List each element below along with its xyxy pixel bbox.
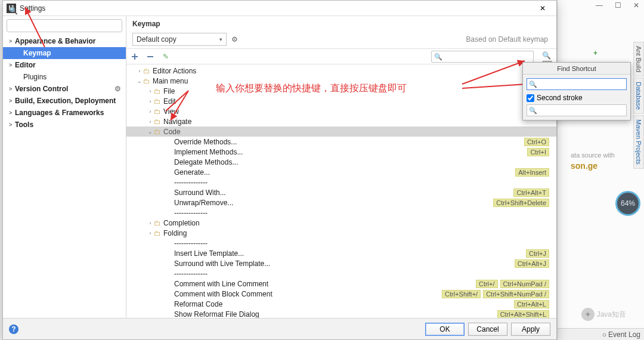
tree-row[interactable]: ›🗀Editor Actions [126, 66, 556, 76]
sidebar-search-input[interactable] [7, 19, 122, 32]
ide-window-controls: — ☐ ✕ [558, 0, 644, 11]
tab-database[interactable]: Database [633, 78, 644, 114]
tree-row[interactable]: ›🗀Folding [126, 228, 556, 238]
chevron-icon: > [9, 86, 15, 92]
ok-button[interactable]: OK [425, 323, 465, 336]
expand-all-icon[interactable] [130, 52, 140, 61]
tree-item-label: Surround with Live Template... [174, 259, 270, 268]
chevron-icon: > [9, 98, 15, 104]
chevron-icon: › [147, 109, 154, 115]
second-stroke-checkbox[interactable] [527, 94, 534, 102]
sidebar-item-languages-frameworks[interactable]: >Languages & Frameworks [3, 107, 126, 119]
tree-row[interactable]: Unwrap/Remove...Ctrl+Shift+Delete [126, 197, 556, 208]
settings-nav-list: >Appearance & BehaviorKeymap>EditorPlugi… [3, 35, 126, 318]
sidebar-item-label: Keymap [23, 49, 51, 57]
sidebar-item-label: Plugins [23, 73, 47, 81]
popup-title: Find Shortcut [523, 63, 630, 75]
action-search-input[interactable] [431, 51, 534, 63]
data-source-hint: ata source with [571, 152, 615, 159]
folder-icon: 🗀 [143, 77, 150, 85]
second-stroke-checkbox-row[interactable]: Second stroke [527, 94, 627, 102]
tree-row[interactable]: Comment with Block CommentCtrl+Shift+/Ct… [126, 289, 556, 299]
tree-item-label: Override Methods... [174, 138, 237, 146]
tree-row[interactable]: Generate...Alt+Insert [126, 167, 556, 177]
find-shortcut-button[interactable]: 🔍⌨ [542, 51, 553, 62]
shortcut-badge: Ctrl+Alt+T [513, 188, 549, 197]
apply-button[interactable]: Apply [511, 323, 550, 336]
tree-row[interactable]: ›🗀File [126, 86, 556, 96]
shortcut-badge: Ctrl+/ [476, 280, 498, 288]
folder-icon: 🗀 [154, 107, 161, 116]
tree-row[interactable]: Surround with Live Template...Ctrl+Alt+J [126, 258, 556, 268]
tree-row[interactable]: Insert Live Template...Ctrl+J [126, 248, 556, 258]
folder-icon: 🗀 [154, 128, 161, 136]
sidebar-item-label: Appearance & Behavior [15, 37, 95, 45]
second-stroke-input[interactable] [527, 104, 627, 116]
keymap-scheme-select[interactable]: Default copy ▾ [132, 33, 227, 46]
tree-row[interactable]: Implement Methods...Ctrl+I [126, 147, 556, 157]
tree-row[interactable]: ›🗀Navigate [126, 116, 556, 126]
progress-badge: 64% [615, 191, 640, 216]
tree-row[interactable]: ›🗀View [126, 106, 556, 116]
sidebar-item-editor[interactable]: >Editor [3, 59, 126, 71]
dialog-title: Settings [20, 4, 532, 13]
sidebar-item-appearance-behavior[interactable]: >Appearance & Behavior [3, 35, 126, 47]
tree-row[interactable]: -------------- [126, 208, 556, 218]
close-icon[interactable]: ✕ [633, 1, 639, 10]
maximize-icon[interactable]: ☐ [615, 1, 621, 10]
dialog-close-button[interactable]: ✕ [532, 2, 553, 15]
tree-item-label: Comment with Block Comment [174, 290, 273, 298]
tree-row[interactable]: -------------- [126, 177, 556, 187]
tree-row[interactable]: Surround With...Ctrl+Alt+T [126, 187, 556, 197]
help-button[interactable]: ? [9, 324, 18, 334]
settings-sidebar: 🔍 >Appearance & BehaviorKeymap>EditorPlu… [3, 16, 126, 318]
page-heading: Keymap [132, 20, 550, 28]
sidebar-item-keymap[interactable]: Keymap [3, 47, 126, 59]
sidebar-item-tools[interactable]: >Tools [3, 119, 126, 131]
first-stroke-input[interactable] [527, 78, 627, 90]
tree-row[interactable]: ›🗀Edit [126, 96, 556, 106]
tree-row[interactable]: Comment with Line CommentCtrl+/Ctrl+NumP… [126, 279, 556, 289]
tree-row[interactable]: ⌄🗀Main menu [126, 76, 556, 86]
sidebar-item-label: Languages & Frameworks [15, 109, 104, 117]
keymap-tree[interactable]: 输入你想要替换的快捷键，直接按压键盘即可 ›🗀Editor Actions⌄🗀M… [126, 64, 556, 318]
tree-item-label: View [163, 107, 179, 116]
collapse-all-icon[interactable] [145, 52, 155, 61]
tree-row[interactable]: ⌄🗀Code [126, 126, 556, 137]
sidebar-item-label: Build, Execution, Deployment [15, 97, 116, 105]
minimize-icon[interactable]: — [596, 1, 603, 10]
tree-row[interactable]: ›🗀Completion [126, 218, 556, 228]
tree-item-label: -------------- [174, 209, 208, 217]
chevron-icon: > [9, 110, 15, 116]
chevron-icon: > [9, 38, 15, 44]
settings-main-panel: Keymap Default copy ▾ ⚙ Based on Default… [126, 16, 556, 318]
event-log-link[interactable]: ○ Event Log [602, 330, 640, 339]
tree-row[interactable]: Show Reformat File DialogCtrl+Alt+Shift+… [126, 309, 556, 318]
sidebar-item-plugins[interactable]: Plugins [3, 71, 126, 83]
shortcut-badge: Ctrl+O [524, 138, 549, 146]
sidebar-item-label: Tools [15, 120, 33, 129]
cancel-button[interactable]: Cancel [468, 323, 507, 336]
search-icon: 🔍 [529, 81, 537, 88]
tree-item-label: Unwrap/Remove... [174, 199, 233, 207]
add-icon[interactable]: + [593, 49, 597, 57]
sidebar-item-build-execution-deployment[interactable]: >Build, Execution, Deployment [3, 95, 126, 107]
search-icon: 🔍 [434, 53, 442, 61]
sidebar-item-label: Editor [15, 61, 36, 69]
tree-row[interactable]: Override Methods...Ctrl+O [126, 137, 556, 147]
tree-row[interactable]: -------------- [126, 268, 556, 279]
tab-maven[interactable]: Maven Projects [633, 115, 644, 169]
tree-item-label: -------------- [174, 270, 208, 278]
tree-item-label: Surround With... [174, 188, 226, 197]
tree-item-label: -------------- [174, 239, 208, 248]
tree-row[interactable]: -------------- [126, 238, 556, 248]
tree-row[interactable]: Delegate Methods... [126, 157, 556, 167]
tree-item-label: Delegate Methods... [174, 158, 238, 166]
edit-icon[interactable]: ✎ [161, 52, 171, 61]
scheme-gear-button[interactable]: ⚙ [231, 35, 238, 44]
tab-ant-build[interactable]: Ant Build [633, 42, 644, 76]
tree-row[interactable]: Reformat CodeCtrl+Alt+L [126, 299, 556, 309]
tree-item-label: Insert Live Template... [174, 249, 244, 258]
shortcut-badge: Ctrl+NumPad / [500, 280, 549, 288]
sidebar-item-version-control[interactable]: >Version Control⚙ [3, 83, 126, 95]
